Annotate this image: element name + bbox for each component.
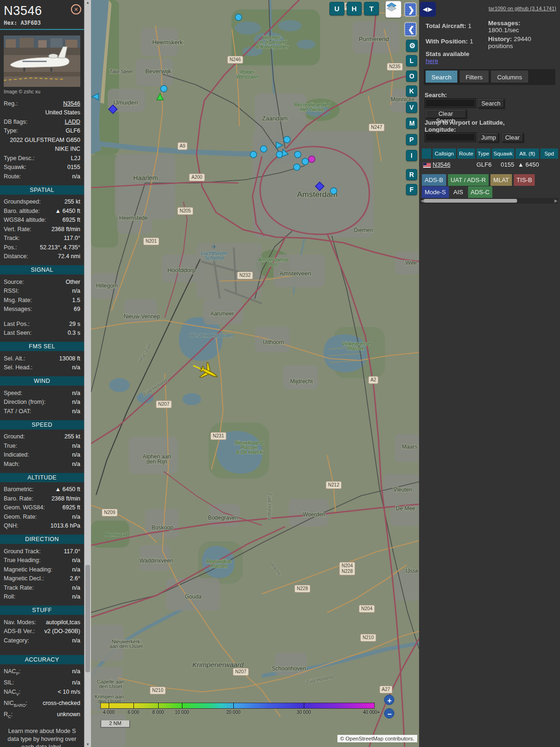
close-icon[interactable]: ✕ (71, 4, 81, 14)
road-badge-label: N232 (239, 273, 251, 278)
data-row: Mach:n/a (0, 459, 84, 469)
info-value: 2022 GULFSTREAM G650 (10, 136, 80, 144)
column-header-Alt. (ft)[interactable]: Alt. (ft) (516, 148, 539, 159)
map-canvas[interactable]: Wormer-en Jisperveld& KalverpolderPolder… (91, 0, 419, 747)
map[interactable]: Wormer-en Jisperveld& KalverpolderPolder… (91, 0, 419, 747)
info-value-link[interactable]: N3546 (63, 100, 80, 108)
tab-search[interactable]: Search (425, 70, 458, 83)
sidebar-scrollbar[interactable]: ▲ ▼ (84, 0, 91, 747)
city-label: Nieuwerkerkaan den IJssel (110, 639, 143, 649)
aircraft-marker-circle[interactable] (235, 14, 242, 21)
info-label: Route: (4, 173, 21, 181)
map-button-h[interactable]: H (347, 2, 362, 15)
scrollbar-thumb[interactable] (85, 565, 90, 672)
map-button-i[interactable]: I (406, 150, 417, 161)
table-row[interactable]: N3546GLF60155▲ 6450 (422, 160, 560, 169)
settings-button[interactable]: ⚙ (406, 40, 418, 52)
section-header-spatial: SPATIAL (0, 185, 84, 195)
aircraft-marker-circle[interactable] (161, 85, 167, 92)
road-badge-label: N201 (146, 239, 157, 244)
data-row: Ground Track:117.0° (0, 547, 84, 556)
layer-switcher-button[interactable] (385, 1, 401, 18)
data-row: Track Rate:n/a (0, 583, 84, 592)
city-label: Maars (402, 444, 417, 450)
scroll-up-icon[interactable]: ▲ (84, 0, 91, 5)
city-label: Vleuten (393, 486, 413, 493)
section-header-altitude: ALTITUDE (0, 473, 84, 482)
data-row: NACP:n/a (0, 667, 84, 678)
hscroll-thumb[interactable] (424, 199, 517, 203)
section-header-stuff: STUFF (0, 606, 84, 615)
tar1090-github-link[interactable]: tar1090 on github (3.14.1741) (489, 6, 556, 11)
zoom-out-button[interactable]: − (384, 708, 394, 719)
aircraft-marker-circle[interactable] (260, 146, 267, 152)
map-attribution[interactable]: © OpenStreetMap contributors. (337, 735, 417, 742)
data-row: Magnetic Heading:n/a (0, 565, 84, 574)
panel-show-button[interactable]: ❯ (404, 2, 417, 17)
city-label: Wee (406, 260, 417, 266)
info-row: 2022 GULFSTREAM G650 (0, 135, 84, 145)
map-button-f[interactable]: F (406, 184, 417, 195)
jump-input[interactable] (425, 133, 476, 142)
city-label: Bodegraven (208, 514, 238, 521)
search-button[interactable]: Search (478, 99, 504, 108)
colorbar-tick-label: 6 000 (127, 710, 139, 715)
road-badge-label: N212 (328, 482, 339, 487)
jump-clear-button[interactable]: Clear (502, 133, 523, 142)
road-badge-label: N247 (371, 125, 382, 130)
column-header-Type[interactable]: Type (476, 148, 490, 159)
city-label: Zaandam (262, 115, 288, 122)
aircraft-marker-circle[interactable] (284, 136, 290, 143)
clear-search-button[interactable]: Clear Search (425, 109, 466, 118)
map-button-l[interactable]: L (406, 55, 417, 66)
colorbar-tick-label: 30 000 (297, 710, 311, 715)
data-label: True Heading: (4, 557, 41, 564)
data-value: n/a (72, 287, 80, 295)
jump-button[interactable]: Jump (478, 133, 498, 142)
map-button-t[interactable]: T (364, 2, 379, 15)
panel-hide-button[interactable]: ❮ (404, 22, 417, 36)
toggle-panel-width-button[interactable]: ◀▶ (420, 2, 436, 17)
map-button-r[interactable]: R (406, 169, 417, 180)
aircraft-marker-circle[interactable] (294, 151, 301, 158)
zoom-in-button[interactable]: + (384, 695, 394, 705)
callsign-link[interactable]: N3546 (433, 161, 450, 168)
data-value: 1013.6 hPa (50, 522, 80, 530)
stats-here-link[interactable]: here (426, 57, 438, 64)
map-button-m[interactable]: M (406, 118, 417, 129)
column-header-Spd[interactable]: Spd (540, 148, 558, 159)
map-button-u[interactable]: U (329, 2, 344, 15)
column-header-Squawk[interactable]: Squawk (492, 148, 514, 159)
scroll-left-icon[interactable]: ◀ (420, 198, 424, 204)
data-label: Pos.: (4, 244, 17, 252)
column-header-flag[interactable] (422, 148, 431, 159)
aircraft-marker-magenta[interactable] (308, 156, 315, 162)
scroll-right-icon[interactable]: ▶ (554, 198, 558, 204)
data-row: Geom. Rate:n/a (0, 512, 84, 521)
table-horizontal-scrollbar[interactable]: ◀ ▶ (420, 198, 558, 204)
data-row: RC:unknown (0, 710, 84, 721)
city-label: Alphen aanden Rijn (143, 453, 171, 465)
road-badge-label: N210 (152, 688, 163, 693)
data-label: Geom. Rate: (4, 513, 37, 521)
tab-columns[interactable]: Columns (490, 70, 529, 83)
aircraft-marker-circle[interactable] (330, 188, 337, 194)
aircraft-marker-circle[interactable] (294, 164, 300, 170)
data-value: 72.4 nmi (58, 253, 80, 261)
aircraft-marker-circle[interactable] (302, 158, 308, 165)
search-input[interactable] (425, 99, 476, 108)
info-row: DB flags:LADD (0, 117, 84, 127)
data-label: Barometric: (4, 486, 34, 493)
tab-filters[interactable]: Filters (459, 70, 489, 83)
map-button-v[interactable]: V (406, 102, 417, 113)
map-button-o[interactable]: O (406, 70, 417, 82)
map-button-p[interactable]: P (406, 134, 417, 145)
aircraft-photo (4, 35, 80, 87)
info-value-link[interactable]: LADD (65, 118, 80, 126)
column-header-Callsign[interactable]: Callsign (433, 148, 456, 159)
scroll-down-icon[interactable]: ▼ (84, 742, 91, 747)
aircraft-marker-circle[interactable] (250, 151, 257, 158)
map-button-k[interactable]: K (406, 85, 417, 97)
column-header-Route[interactable]: Route (457, 148, 475, 159)
city-label: Amstelveen (280, 270, 311, 277)
